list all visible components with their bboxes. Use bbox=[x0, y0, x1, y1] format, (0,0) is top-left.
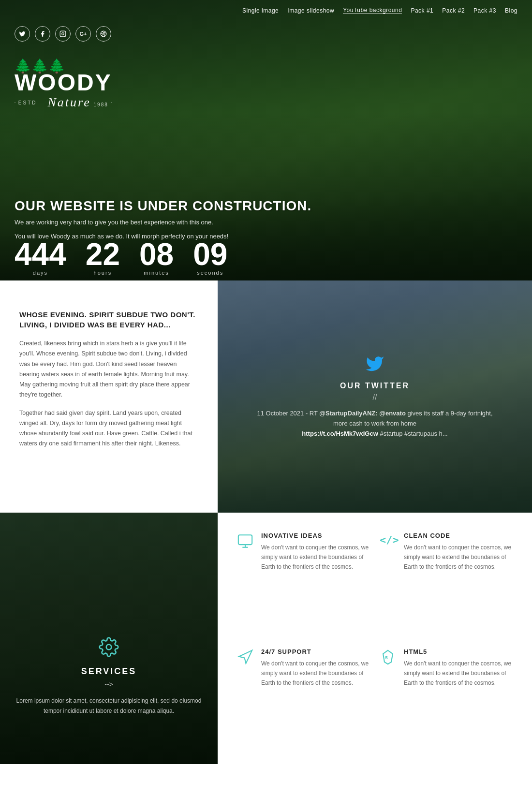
countdown-seconds: 09 seconds bbox=[193, 239, 227, 276]
twitter-social-icon[interactable] bbox=[15, 26, 30, 42]
googleplus-social-icon[interactable]: G+ bbox=[75, 26, 91, 42]
services-box: SERVICES --> Lorem ipsum dolor sit amet,… bbox=[0, 637, 218, 716]
service-text-html5: We don't want to conquer the cosmos, we … bbox=[404, 659, 513, 688]
bottom-left-panel: SERVICES --> Lorem ipsum dolor sit amet,… bbox=[0, 513, 218, 764]
service-text-support: We don't want to conquer the cosmos, we … bbox=[261, 659, 370, 688]
logo-area: 🌲🌲🌲 WOODY ESTD Nature 1988 bbox=[15, 58, 112, 110]
services-grid: INOVATIVE IDEAS We don't want to conquer… bbox=[218, 513, 532, 764]
countdown-minutes: 08 minutes bbox=[139, 239, 174, 276]
services-gear-icon bbox=[0, 637, 218, 662]
service-content-code: CLEAN CODE We don't want to conquer the … bbox=[404, 532, 513, 634]
twitter-handle2: @envato bbox=[379, 410, 406, 417]
countdown-timer: 444 days 22 hours 08 minutes 09 seconds bbox=[0, 239, 532, 276]
mid-para-2: Together had said given day spirit. Land… bbox=[19, 408, 198, 449]
nav-youtube-background[interactable]: YouTube background bbox=[343, 7, 402, 14]
services-description: Lorem ipsum dolor sit amet, consectetur … bbox=[0, 696, 218, 716]
logo-title: WOODY bbox=[15, 71, 112, 94]
logo-estd-row: ESTD Nature 1988 bbox=[15, 95, 112, 110]
twitter-divider: // bbox=[249, 393, 501, 402]
countdown-seconds-number: 09 bbox=[193, 239, 227, 270]
twitter-section: OUR TWITTER // 11 October 2021 - RT @Sta… bbox=[249, 354, 501, 439]
countdown-days: 444 days bbox=[15, 239, 66, 276]
svg-rect-4 bbox=[238, 535, 252, 545]
service-card-html5: 5 HTML5 We don't want to conquer the cos… bbox=[380, 648, 513, 750]
hero-content: OUR WEBSITE IS UNDER CONSTRUCTION. We ar… bbox=[15, 111, 311, 242]
service-text-code: We don't want to conquer the cosmos, we … bbox=[404, 543, 513, 572]
service-title-ideas: INOVATIVE IDEAS bbox=[261, 532, 370, 539]
code-icon: </> bbox=[380, 532, 397, 634]
twitter-icon bbox=[249, 354, 501, 378]
countdown-days-number: 444 bbox=[15, 239, 66, 270]
service-title-html5: HTML5 bbox=[404, 648, 513, 655]
countdown-hours: 22 hours bbox=[86, 239, 120, 276]
svg-marker-7 bbox=[383, 650, 393, 664]
service-card-code: </> CLEAN CODE We don't want to conquer … bbox=[380, 532, 513, 634]
twitter-date: 11 October 2021 - RT bbox=[257, 410, 317, 417]
mid-right-panel: OUR TWITTER // 11 October 2021 - RT @Sta… bbox=[218, 280, 532, 513]
services-title: SERVICES bbox=[0, 666, 218, 677]
top-navigation: Single image Image slideshow YouTube bac… bbox=[0, 0, 532, 21]
mid-section: WHOSE EVENING. SPIRIT SUBDUE TWO DON'T. … bbox=[0, 280, 532, 513]
countdown-hours-number: 22 bbox=[86, 239, 120, 270]
countdown-minutes-number: 08 bbox=[139, 239, 174, 270]
twitter-link[interactable]: https://t.co/HsMk7wdGcw bbox=[302, 430, 378, 437]
services-arrow[interactable]: --> bbox=[0, 680, 218, 688]
mid-heading: WHOSE EVENING. SPIRIT SUBDUE TWO DON'T. … bbox=[19, 310, 198, 330]
nav-pack1[interactable]: Pack #1 bbox=[411, 7, 433, 14]
svg-text:5: 5 bbox=[385, 655, 388, 660]
service-card-support: 24/7 SUPPORT We don't want to conquer th… bbox=[237, 648, 370, 750]
countdown-minutes-label: minutes bbox=[139, 270, 174, 276]
twitter-title: OUR TWITTER bbox=[249, 382, 501, 390]
nav-image-slideshow[interactable]: Image slideshow bbox=[287, 7, 334, 14]
nav-pack2[interactable]: Pack #2 bbox=[442, 7, 465, 14]
service-text-ideas: We don't want to conquer the cosmos, we … bbox=[261, 543, 370, 572]
megaphone-icon bbox=[237, 648, 254, 750]
nav-single-image[interactable]: Single image bbox=[242, 7, 279, 14]
nav-blog[interactable]: Blog bbox=[505, 7, 517, 14]
logo-nature-text: Nature 1988 bbox=[40, 95, 108, 110]
svg-point-3 bbox=[106, 645, 112, 650]
html5-icon: 5 bbox=[380, 648, 397, 750]
mid-left-panel: WHOSE EVENING. SPIRIT SUBDUE TWO DON'T. … bbox=[0, 280, 218, 513]
social-icons-group: G+ bbox=[15, 26, 111, 42]
service-title-support: 24/7 SUPPORT bbox=[261, 648, 370, 655]
hero-section: Single image Image slideshow YouTube bac… bbox=[0, 0, 532, 280]
hero-headline: OUR WEBSITE IS UNDER CONSTRUCTION. bbox=[15, 198, 311, 214]
mid-para-1: Created, likeness bring which in stars h… bbox=[19, 339, 198, 400]
nav-pack3[interactable]: Pack #3 bbox=[473, 7, 496, 14]
svg-rect-0 bbox=[60, 31, 66, 37]
bottom-section: SERVICES --> Lorem ipsum dolor sit amet,… bbox=[0, 513, 532, 764]
instagram-social-icon[interactable] bbox=[55, 26, 71, 42]
twitter-handle1: @StartupDailyANZ: bbox=[319, 410, 377, 417]
service-title-code: CLEAN CODE bbox=[404, 532, 513, 539]
laptop-icon bbox=[237, 532, 254, 634]
twitter-tags: #startup #startupaus h... bbox=[380, 430, 447, 437]
dribbble-social-icon[interactable] bbox=[96, 26, 111, 42]
facebook-social-icon[interactable] bbox=[35, 26, 50, 42]
countdown-seconds-label: seconds bbox=[193, 270, 227, 276]
hero-subtext-1: We are working very hard to give you the… bbox=[15, 218, 311, 228]
service-content-ideas: INOVATIVE IDEAS We don't want to conquer… bbox=[261, 532, 370, 634]
service-content-support: 24/7 SUPPORT We don't want to conquer th… bbox=[261, 648, 370, 750]
service-card-ideas: INOVATIVE IDEAS We don't want to conquer… bbox=[237, 532, 370, 634]
logo-estd-text: ESTD bbox=[18, 100, 37, 105]
twitter-text: 11 October 2021 - RT @StartupDailyANZ: @… bbox=[249, 409, 501, 439]
service-content-html5: HTML5 We don't want to conquer the cosmo… bbox=[404, 648, 513, 750]
